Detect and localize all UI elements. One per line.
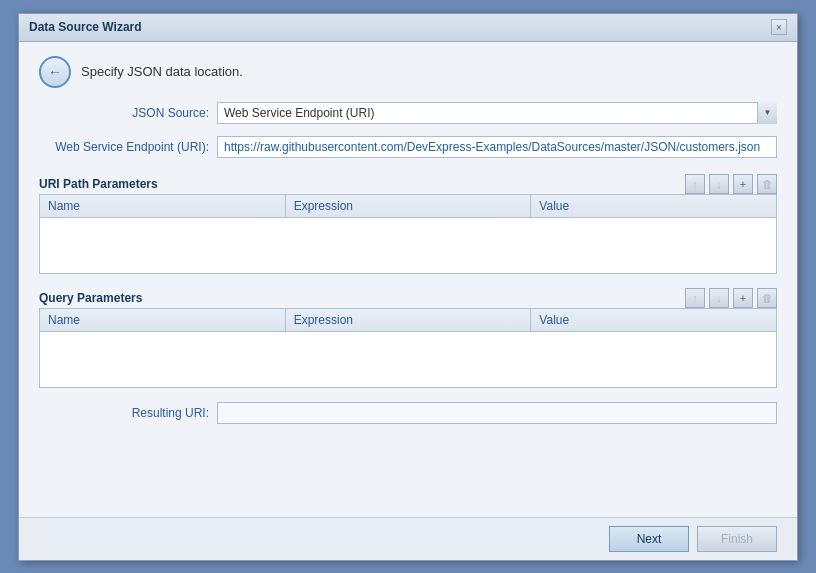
delete-icon: 🗑 [762,292,773,304]
json-source-label: JSON Source: [39,106,209,120]
add-icon: + [740,292,746,304]
resulting-uri-label: Resulting URI: [39,406,209,420]
add-icon: + [740,178,746,190]
uri-params-header: URI Path Parameters ↑ ↓ + 🗑 [39,174,777,194]
uri-params-down-button[interactable]: ↓ [709,174,729,194]
query-params-header: Query Parameters ↑ ↓ + 🗑 [39,288,777,308]
down-icon: ↓ [716,178,722,190]
query-params-title: Query Parameters [39,291,142,305]
uri-params-section: URI Path Parameters ↑ ↓ + 🗑 [39,170,777,274]
finish-button[interactable]: Finish [697,526,777,552]
query-params-table-header: Name Expression Value [40,309,776,332]
query-params-delete-button[interactable]: 🗑 [757,288,777,308]
down-icon: ↓ [716,292,722,304]
uri-params-table: Name Expression Value [39,194,777,274]
query-params-table-body [40,332,776,387]
instruction-text: Specify JSON data location. [81,64,243,79]
json-source-select-wrapper: Web Service Endpoint (URI) File Custom ▼ [217,102,777,124]
query-params-add-button[interactable]: + [733,288,753,308]
close-button[interactable]: × [771,19,787,35]
query-col-expression: Expression [286,309,532,331]
button-bar: Next Finish [19,517,797,560]
json-source-select[interactable]: Web Service Endpoint (URI) File Custom [217,102,777,124]
dialog: Data Source Wizard × ← Specify JSON data… [18,13,798,561]
resulting-uri-input[interactable] [217,402,777,424]
query-col-value: Value [531,309,776,331]
uri-params-table-body [40,218,776,273]
uri-params-up-button[interactable]: ↑ [685,174,705,194]
uri-params-table-header: Name Expression Value [40,195,776,218]
query-params-section: Query Parameters ↑ ↓ + 🗑 [39,284,777,388]
json-source-row: JSON Source: Web Service Endpoint (URI) … [39,102,777,124]
uri-params-title: URI Path Parameters [39,177,158,191]
dialog-title: Data Source Wizard [29,20,142,34]
uri-params-actions: ↑ ↓ + 🗑 [685,174,777,194]
delete-icon: 🗑 [762,178,773,190]
uri-params-add-button[interactable]: + [733,174,753,194]
endpoint-row: Web Service Endpoint (URI): [39,136,777,158]
next-button[interactable]: Next [609,526,689,552]
up-icon: ↑ [692,292,698,304]
title-bar: Data Source Wizard × [19,14,797,42]
uri-col-name: Name [40,195,286,217]
back-button[interactable]: ← [39,56,71,88]
query-params-table: Name Expression Value [39,308,777,388]
query-params-actions: ↑ ↓ + 🗑 [685,288,777,308]
uri-col-value: Value [531,195,776,217]
query-params-down-button[interactable]: ↓ [709,288,729,308]
endpoint-label: Web Service Endpoint (URI): [39,140,209,154]
resulting-uri-row: Resulting URI: [39,402,777,424]
uri-col-expression: Expression [286,195,532,217]
uri-params-delete-button[interactable]: 🗑 [757,174,777,194]
query-params-up-button[interactable]: ↑ [685,288,705,308]
query-col-name: Name [40,309,286,331]
back-icon: ← [48,64,62,80]
endpoint-input[interactable] [217,136,777,158]
header-row: ← Specify JSON data location. [39,56,777,88]
up-icon: ↑ [692,178,698,190]
content-area: ← Specify JSON data location. JSON Sourc… [19,42,797,517]
